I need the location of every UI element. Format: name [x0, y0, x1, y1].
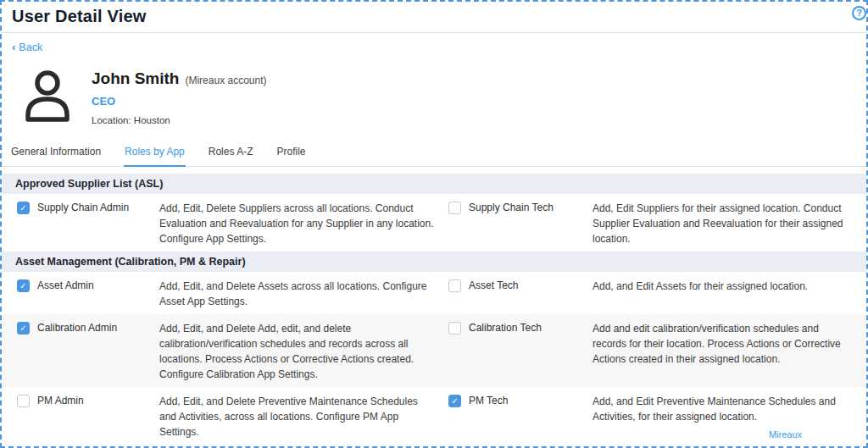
back-label: Back	[19, 41, 42, 53]
role-label: PM Tech	[469, 394, 508, 407]
user-detail-view-page: User Detail View ? ‹ Back John Smith (Mi…	[0, 0, 868, 448]
role-description: Add, Edit, and Delete Assets across all …	[159, 279, 448, 309]
role-name-cell: ✓PM Tech	[448, 394, 593, 440]
tab-roles-a-z[interactable]: Roles A-Z	[208, 139, 254, 167]
role-label: Asset Tech	[469, 279, 518, 291]
back-link[interactable]: ‹ Back	[12, 41, 42, 53]
role-checkbox-calibration-tech[interactable]	[448, 322, 461, 335]
role-label: Supply Chain Admin	[37, 201, 129, 213]
page-title: User Detail View	[12, 7, 146, 26]
role-row: ✓Repair AdminAdd, Edit, Delete, Assign, …	[2, 445, 866, 448]
role-row: ✓Supply Chain AdminAdd, Edit, Delete Sup…	[2, 194, 866, 252]
profile-card: John Smith (Mireaux account) CEO Locatio…	[19, 68, 866, 125]
role-name-cell: ✓Supply Chain Admin	[17, 201, 159, 246]
role-checkbox-calibration-admin[interactable]: ✓	[17, 322, 30, 335]
role-label: Calibration Admin	[37, 321, 117, 334]
role-row: ✓Calibration AdminAdd, Edit, and Delete …	[2, 314, 866, 387]
tab-bar: General InformationRoles by AppRoles A-Z…	[2, 139, 866, 167]
role-label: Supply Chain Tech	[469, 201, 554, 213]
role-name-cell: Asset Tech	[448, 279, 593, 309]
section-header-asset-management-calibration-pm-repair: Asset Management (Calibration, PM & Repa…	[2, 252, 866, 272]
role-description: Add, Edit, Delete Suppliers across all l…	[159, 201, 448, 246]
tab-roles-by-app[interactable]: Roles by App	[124, 139, 186, 167]
role-checkbox-supply-chain-admin[interactable]: ✓	[17, 202, 30, 214]
role-name-cell: ✓Asset Admin	[17, 279, 159, 309]
user-avatar-icon	[19, 68, 76, 125]
role-row: ✓Asset AdminAdd, Edit, and Delete Assets…	[2, 272, 866, 314]
user-location: Location: Houston	[92, 115, 267, 125]
role-label: PM Admin	[37, 394, 84, 407]
user-name: John Smith	[92, 69, 179, 88]
mireaux-link[interactable]: Mireaux	[769, 429, 802, 440]
user-role: CEO	[92, 95, 267, 108]
help-icon[interactable]: ?	[852, 6, 866, 20]
role-checkbox-supply-chain-tech[interactable]	[448, 202, 461, 214]
role-checkbox-asset-tech[interactable]	[448, 279, 461, 292]
role-row: PM AdminAdd, Edit, and Delete Preventive…	[2, 387, 866, 445]
role-name-cell: PM Admin	[17, 394, 159, 440]
role-checkbox-pm-tech[interactable]: ✓	[448, 395, 461, 407]
role-checkbox-pm-admin[interactable]	[17, 395, 30, 407]
account-note: (Mireaux account)	[185, 75, 266, 86]
role-description: Add, Edit Suppliers for their assigned l…	[593, 201, 858, 246]
roles-sections: Approved Supplier List (ASL)✓Supply Chai…	[2, 174, 866, 448]
role-description: Add, and Edit Preventive Maintenance Sch…	[593, 394, 858, 440]
role-description: Add, Edit, and Delete Preventive Mainten…	[159, 394, 448, 440]
role-description: Add, Edit, and Delete Add, edit, and del…	[159, 321, 448, 382]
role-description: Add and edit calibration/verification sc…	[593, 321, 858, 382]
header-divider	[2, 32, 866, 33]
section-header-approved-supplier-list-asl: Approved Supplier List (ASL)	[2, 174, 866, 194]
role-name-cell: Supply Chain Tech	[448, 201, 593, 246]
role-description: Add, and Edit Assets for their assigned …	[593, 279, 858, 309]
role-name-cell: ✓Calibration Admin	[17, 321, 159, 382]
tab-profile[interactable]: Profile	[275, 139, 306, 167]
role-label: Asset Admin	[37, 279, 94, 291]
role-label: Calibration Tech	[469, 321, 542, 334]
role-name-cell: Calibration Tech	[448, 321, 593, 382]
back-chevron-icon: ‹	[12, 41, 15, 53]
role-checkbox-asset-admin[interactable]: ✓	[17, 279, 30, 292]
title-bar: User Detail View ?	[2, 2, 866, 32]
profile-text: John Smith (Mireaux account) CEO Locatio…	[92, 68, 267, 125]
tab-general-information[interactable]: General Information	[10, 139, 102, 167]
